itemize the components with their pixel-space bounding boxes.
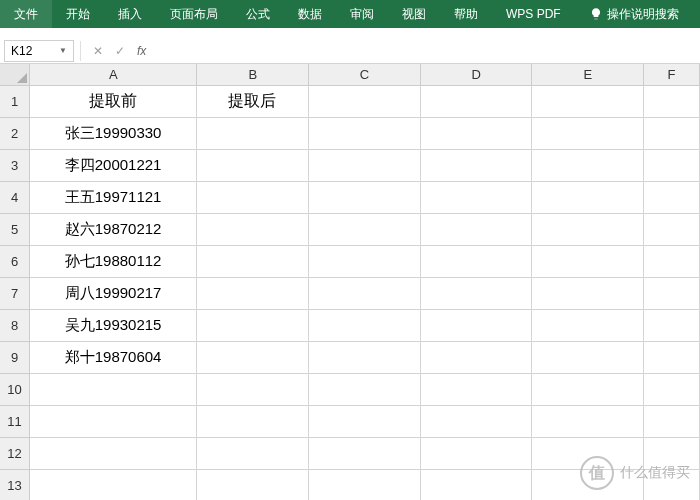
cell-B11[interactable] xyxy=(197,406,309,438)
col-header-D[interactable]: D xyxy=(421,64,533,86)
cell-B2[interactable] xyxy=(197,118,309,150)
tell-me-search[interactable]: 操作说明搜索 xyxy=(575,6,687,23)
row-header-6[interactable]: 6 xyxy=(0,246,30,278)
cell-B6[interactable] xyxy=(197,246,309,278)
name-box-dropdown-icon[interactable]: ▼ xyxy=(59,46,67,55)
cell-E11[interactable] xyxy=(532,406,644,438)
cell-D11[interactable] xyxy=(421,406,533,438)
ribbon-tab-8[interactable]: 帮助 xyxy=(440,0,492,28)
ribbon-tab-3[interactable]: 页面布局 xyxy=(156,0,232,28)
cell-D13[interactable] xyxy=(421,470,533,500)
cell-C13[interactable] xyxy=(309,470,421,500)
cell-A9[interactable]: 郑十19870604 xyxy=(30,342,197,374)
cell-A5[interactable]: 赵六19870212 xyxy=(30,214,197,246)
ribbon-tab-0[interactable]: 文件 xyxy=(0,0,52,28)
ribbon-tab-7[interactable]: 视图 xyxy=(388,0,440,28)
cell-E2[interactable] xyxy=(532,118,644,150)
cell-B8[interactable] xyxy=(197,310,309,342)
ribbon-tab-5[interactable]: 数据 xyxy=(284,0,336,28)
cell-A8[interactable]: 吴九19930215 xyxy=(30,310,197,342)
cell-B4[interactable] xyxy=(197,182,309,214)
row-header-7[interactable]: 7 xyxy=(0,278,30,310)
cell-E10[interactable] xyxy=(532,374,644,406)
cell-E8[interactable] xyxy=(532,310,644,342)
cell-D5[interactable] xyxy=(421,214,533,246)
cell-A6[interactable]: 孙七19880112 xyxy=(30,246,197,278)
cell-C11[interactable] xyxy=(309,406,421,438)
row-header-10[interactable]: 10 xyxy=(0,374,30,406)
cell-B7[interactable] xyxy=(197,278,309,310)
ribbon-tab-2[interactable]: 插入 xyxy=(104,0,156,28)
cell-C5[interactable] xyxy=(309,214,421,246)
ribbon-tab-6[interactable]: 审阅 xyxy=(336,0,388,28)
cell-C12[interactable] xyxy=(309,438,421,470)
row-header-1[interactable]: 1 xyxy=(0,86,30,118)
cell-F7[interactable] xyxy=(644,278,700,310)
col-header-F[interactable]: F xyxy=(644,64,700,86)
ribbon-tab-4[interactable]: 公式 xyxy=(232,0,284,28)
cell-C10[interactable] xyxy=(309,374,421,406)
row-header-3[interactable]: 3 xyxy=(0,150,30,182)
cell-A7[interactable]: 周八19990217 xyxy=(30,278,197,310)
cell-C7[interactable] xyxy=(309,278,421,310)
cell-D10[interactable] xyxy=(421,374,533,406)
col-header-B[interactable]: B xyxy=(197,64,309,86)
cell-A1[interactable]: 提取前 xyxy=(30,86,197,118)
cell-F2[interactable] xyxy=(644,118,700,150)
cell-B1[interactable]: 提取后 xyxy=(197,86,309,118)
cell-B10[interactable] xyxy=(197,374,309,406)
cell-A11[interactable] xyxy=(30,406,197,438)
cell-E5[interactable] xyxy=(532,214,644,246)
cell-A13[interactable] xyxy=(30,470,197,500)
cell-B13[interactable] xyxy=(197,470,309,500)
cell-C4[interactable] xyxy=(309,182,421,214)
col-header-E[interactable]: E xyxy=(532,64,644,86)
cell-D7[interactable] xyxy=(421,278,533,310)
cell-C3[interactable] xyxy=(309,150,421,182)
row-header-9[interactable]: 9 xyxy=(0,342,30,374)
cell-C8[interactable] xyxy=(309,310,421,342)
cell-F9[interactable] xyxy=(644,342,700,374)
row-header-5[interactable]: 5 xyxy=(0,214,30,246)
cell-E3[interactable] xyxy=(532,150,644,182)
ribbon-tab-9[interactable]: WPS PDF xyxy=(492,0,575,28)
cell-B12[interactable] xyxy=(197,438,309,470)
name-box[interactable]: K12 ▼ xyxy=(4,40,74,62)
cell-A4[interactable]: 王五19971121 xyxy=(30,182,197,214)
cell-D6[interactable] xyxy=(421,246,533,278)
col-header-C[interactable]: C xyxy=(309,64,421,86)
cell-F11[interactable] xyxy=(644,406,700,438)
cell-A2[interactable]: 张三19990330 xyxy=(30,118,197,150)
cell-C2[interactable] xyxy=(309,118,421,150)
row-header-2[interactable]: 2 xyxy=(0,118,30,150)
ribbon-tab-1[interactable]: 开始 xyxy=(52,0,104,28)
cell-F3[interactable] xyxy=(644,150,700,182)
row-header-8[interactable]: 8 xyxy=(0,310,30,342)
cell-E7[interactable] xyxy=(532,278,644,310)
formula-input[interactable] xyxy=(152,40,700,62)
cell-D3[interactable] xyxy=(421,150,533,182)
cell-A3[interactable]: 李四20001221 xyxy=(30,150,197,182)
cell-F10[interactable] xyxy=(644,374,700,406)
cell-D12[interactable] xyxy=(421,438,533,470)
cell-A10[interactable] xyxy=(30,374,197,406)
cell-F1[interactable] xyxy=(644,86,700,118)
cell-D4[interactable] xyxy=(421,182,533,214)
col-header-A[interactable]: A xyxy=(30,64,197,86)
cell-E4[interactable] xyxy=(532,182,644,214)
cell-B5[interactable] xyxy=(197,214,309,246)
cell-C9[interactable] xyxy=(309,342,421,374)
fx-icon[interactable]: fx xyxy=(131,44,152,58)
cell-D8[interactable] xyxy=(421,310,533,342)
cell-C1[interactable] xyxy=(309,86,421,118)
cell-B9[interactable] xyxy=(197,342,309,374)
cell-B3[interactable] xyxy=(197,150,309,182)
cell-D1[interactable] xyxy=(421,86,533,118)
cell-E9[interactable] xyxy=(532,342,644,374)
cell-D2[interactable] xyxy=(421,118,533,150)
cell-F4[interactable] xyxy=(644,182,700,214)
row-header-12[interactable]: 12 xyxy=(0,438,30,470)
cell-F5[interactable] xyxy=(644,214,700,246)
row-header-11[interactable]: 11 xyxy=(0,406,30,438)
cell-A12[interactable] xyxy=(30,438,197,470)
